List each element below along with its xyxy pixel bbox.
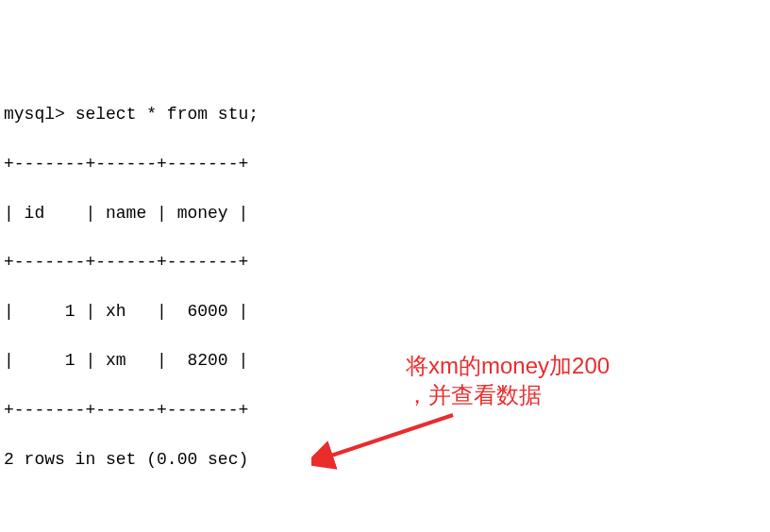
table1-header: | id | name | money | bbox=[4, 201, 766, 225]
table1-border-mid: +-------+------+-------+ bbox=[4, 250, 766, 274]
query1-line: mysql> select * from stu; bbox=[4, 102, 766, 126]
table1-row-1: | 1 | xh | 6000 | bbox=[4, 299, 766, 324]
mysql-prompt: mysql> bbox=[4, 105, 65, 124]
table1-border-top: +-------+------+-------+ bbox=[4, 152, 766, 176]
blank-1 bbox=[4, 496, 766, 521]
query1-status: 2 rows in set (0.00 sec) bbox=[4, 447, 766, 472]
annotation-line1: 将xm的money加200 bbox=[406, 353, 610, 378]
annotation-line2: ，并查看数据 bbox=[406, 382, 542, 407]
annotation-text: 将xm的money加200 ，并查看数据 bbox=[406, 351, 670, 409]
query1-sql: select * from stu; bbox=[75, 105, 259, 124]
